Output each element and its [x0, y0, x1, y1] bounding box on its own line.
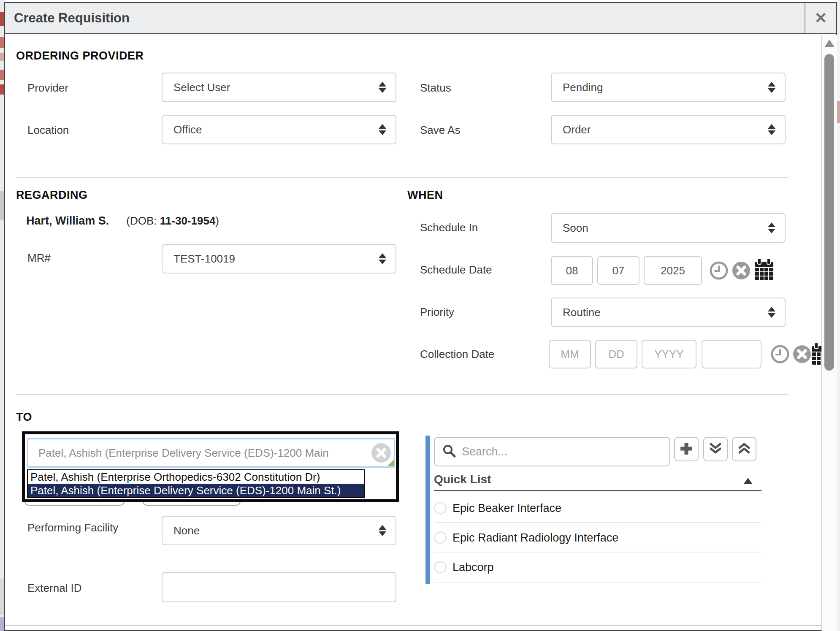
collection-date-month-input[interactable] [549, 340, 591, 368]
regarding-heading: REGARDING [16, 189, 88, 202]
chevron-up-down-icon [379, 525, 386, 536]
patient-dob-suffix: ) [215, 214, 219, 227]
status-label: Status [420, 81, 451, 95]
quick-list-heading: Quick List [434, 473, 491, 486]
schedule-in-label: Schedule In [420, 221, 478, 234]
schedule-date-calendar-icon[interactable] [754, 258, 774, 283]
recipient-suggestion-list: Patel, Ashish (Enterprise Orthopedics-63… [27, 469, 365, 498]
close-button[interactable]: ✕ [805, 3, 836, 33]
priority-select-value: Routine [563, 306, 601, 319]
collection-date-label: Collection Date [420, 348, 494, 361]
suggestion-item[interactable]: Patel, Ashish (Enterprise Orthopedics-63… [28, 470, 364, 484]
schedule-in-select-value: Soon [563, 222, 588, 235]
mr-number-select[interactable]: TEST-10019 [162, 244, 396, 274]
when-heading: WHEN [407, 189, 443, 202]
schedule-date-clear-icon[interactable] [732, 261, 751, 280]
section-divider [16, 177, 789, 178]
collection-date-calendar-icon[interactable] [811, 343, 821, 366]
footer-divider [5, 625, 821, 626]
collection-date-clear-icon[interactable] [793, 345, 811, 363]
chevron-up-down-icon [768, 82, 775, 93]
double-chevron-down-icon [708, 441, 723, 457]
location-label: Location [27, 124, 69, 137]
search-icon [442, 444, 456, 459]
quick-list-divider [434, 490, 761, 491]
list-divider [434, 552, 761, 552]
dialog-titlebar: Create Requisition [5, 3, 836, 34]
list-divider [434, 522, 761, 523]
radio-circle-icon [434, 531, 447, 544]
performing-facility-select-value: None [173, 524, 200, 537]
recipient-search-input[interactable] [27, 438, 395, 468]
status-select-value: Pending [563, 81, 603, 94]
quick-list-accent-bar [425, 436, 430, 584]
suggestion-item-selected[interactable]: Patel, Ashish (Enterprise Delivery Servi… [28, 484, 364, 497]
chevron-up-down-icon [379, 124, 386, 135]
save-as-select[interactable]: Order [551, 115, 786, 144]
performing-facility-select[interactable]: None [162, 516, 396, 545]
radio-circle-icon [434, 561, 447, 574]
patient-dob: 11-30-1954 [160, 214, 216, 227]
patient-dob-prefix: (DOB: [126, 214, 160, 227]
close-icon: ✕ [814, 9, 827, 27]
chevron-up-down-icon [768, 222, 775, 233]
provider-select[interactable]: Select User [162, 73, 396, 102]
radio-circle-icon [434, 502, 447, 515]
mr-number-label: MR# [27, 252, 51, 265]
performing-facility-label: Performing Facility [27, 518, 125, 538]
resize-handle-icon[interactable] [387, 459, 394, 466]
external-id-label: External ID [27, 582, 82, 595]
dialog-title: Create Requisition [14, 3, 130, 33]
to-heading: TO [16, 411, 32, 424]
collection-date-time-input[interactable] [702, 340, 761, 368]
quick-list-search-box [434, 437, 670, 466]
status-select[interactable]: Pending [551, 73, 786, 102]
add-button[interactable] [674, 437, 699, 461]
list-divider [434, 582, 761, 583]
search-input[interactable] [461, 445, 664, 459]
schedule-date-year-input[interactable] [644, 256, 702, 285]
quick-list-item[interactable]: Epic Beaker Interface [434, 499, 761, 517]
chevron-up-down-icon [768, 307, 775, 318]
schedule-date-label: Schedule Date [420, 263, 492, 276]
mr-number-select-value: TEST-10019 [173, 252, 235, 265]
schedule-in-select[interactable]: Soon [551, 213, 786, 243]
background-page-right-sliver [837, 0, 840, 631]
patient-summary: Hart, William S. (DOB: 11-30-1954) [26, 214, 219, 227]
double-chevron-up-icon [737, 441, 751, 457]
location-select[interactable]: Office [162, 115, 396, 144]
scrollbar-up-arrow[interactable] [824, 40, 835, 47]
priority-label: Priority [420, 306, 454, 319]
scrollbar-thumb[interactable] [824, 54, 834, 371]
quick-list-item[interactable]: Labcorp [434, 558, 761, 577]
save-as-select-value: Order [563, 123, 591, 136]
chevron-up-down-icon [768, 124, 775, 135]
expand-all-button[interactable] [732, 437, 756, 461]
chevron-up-down-icon [379, 253, 386, 264]
priority-select[interactable]: Routine [551, 298, 786, 327]
collapse-section-icon[interactable] [744, 478, 752, 484]
section-divider [16, 394, 789, 395]
background-fragment [837, 101, 840, 123]
provider-select-value: Select User [173, 81, 230, 94]
provider-label: Provider [27, 81, 68, 95]
collection-date-time-icon[interactable] [771, 345, 789, 363]
ordering-provider-heading: ORDERING PROVIDER [16, 49, 144, 62]
schedule-date-day-input[interactable] [597, 256, 639, 285]
quick-list-item-label: Epic Radiant Radiology Interface [453, 531, 618, 544]
collection-date-day-input[interactable] [595, 340, 637, 368]
location-select-value: Office [173, 123, 202, 136]
schedule-date-time-icon[interactable] [710, 261, 728, 280]
save-as-label: Save As [420, 124, 460, 137]
collapse-all-button[interactable] [703, 437, 728, 461]
patient-name: Hart, William S. [26, 214, 109, 227]
schedule-date-month-input[interactable] [551, 256, 593, 285]
plus-icon [679, 441, 694, 458]
quick-list-item-label: Epic Beaker Interface [453, 502, 561, 515]
quick-list-item[interactable]: Epic Radiant Radiology Interface [434, 528, 761, 547]
chevron-up-down-icon [379, 82, 386, 93]
collection-date-year-input[interactable] [642, 340, 696, 368]
quick-list-item-label: Labcorp [453, 561, 494, 574]
external-id-input[interactable] [162, 572, 396, 602]
